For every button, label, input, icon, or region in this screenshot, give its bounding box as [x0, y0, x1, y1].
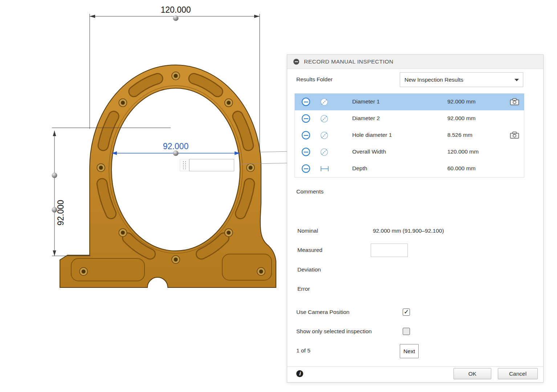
inspection-name: Diameter 1: [352, 98, 380, 105]
inspection-value: 60.000 mm: [447, 165, 476, 172]
ok-button[interactable]: OK: [454, 368, 491, 379]
nominal-value: 92.000 mm (91.900–92.100): [373, 227, 444, 234]
measured-label: Measured: [297, 246, 322, 254]
use-camera-position-checkbox[interactable]: [403, 309, 410, 316]
panel-header: RECORD MANUAL INSPECTION: [287, 55, 543, 69]
app-canvas: 120.000 92.000 92.000 RECORD MANUAL INSP…: [0, 0, 557, 392]
inspection-name: Diameter 2: [352, 115, 380, 122]
part-drawing[interactable]: [0, 0, 290, 319]
remove-inspection-icon[interactable]: [302, 148, 310, 156]
record-manual-inspection-panel: RECORD MANUAL INSPECTION Results Folder …: [287, 54, 544, 383]
inspection-name: Hole diameter 1: [352, 132, 392, 138]
comments-label: Comments: [296, 188, 324, 195]
remove-inspection-icon[interactable]: [302, 131, 310, 139]
inspection-row-diameter-1[interactable]: Diameter 1 92.000 mm: [295, 94, 524, 110]
remove-inspection-icon[interactable]: [302, 114, 310, 123]
panel-title: RECORD MANUAL INSPECTION: [304, 58, 394, 65]
cad-viewport[interactable]: 120.000 92.000 92.000: [0, 0, 290, 392]
canvas-measure-input[interactable]: [189, 159, 234, 171]
inspection-value: 120.000 mm: [447, 148, 479, 155]
inspection-row-overall-width[interactable]: Overall Width 120.000 mm: [295, 144, 524, 160]
next-button[interactable]: Next: [400, 344, 419, 358]
use-camera-position-label: Use Camera Position: [296, 309, 349, 316]
inspection-name: Depth: [352, 165, 367, 172]
inspection-value: 92.000 mm: [447, 98, 476, 105]
dimension-overall-width-label[interactable]: 120.000: [160, 5, 191, 15]
remove-inspection-icon[interactable]: [302, 98, 310, 106]
show-only-selected-label: Show only selected inspection: [296, 328, 372, 335]
drag-handle-icon[interactable]: [180, 159, 189, 171]
pager-text: 1 of 5: [296, 347, 310, 354]
dimension-selected-diameter-label[interactable]: 92.000: [163, 142, 188, 151]
results-folder-value: New Inspection Results: [404, 77, 463, 83]
inspection-row-diameter-2[interactable]: Diameter 2 92.000 mm: [295, 110, 524, 127]
diameter-measure-icon: [320, 98, 329, 106]
camera-icon[interactable]: [510, 131, 519, 139]
diameter-measure-icon: [320, 114, 329, 123]
error-label: Error: [297, 285, 310, 293]
length-measure-icon: [320, 164, 329, 173]
cancel-button[interactable]: Cancel: [498, 368, 538, 379]
inspection-row-hole-diameter-1[interactable]: Hole diameter 1 8.526 mm: [295, 127, 524, 144]
panel-footer: i OK Cancel: [287, 366, 543, 382]
collapse-panel-icon[interactable]: [293, 59, 299, 65]
show-only-selected-checkbox[interactable]: [403, 328, 410, 335]
diameter-measure-icon: [320, 148, 329, 156]
diameter-measure-icon: [320, 131, 329, 140]
dimension-height-label[interactable]: 92.000: [56, 200, 66, 225]
camera-icon[interactable]: [510, 98, 519, 106]
remove-inspection-icon[interactable]: [302, 164, 310, 173]
nominal-label: Nominal: [297, 227, 318, 234]
chevron-down-icon: [515, 79, 519, 81]
inspection-value: 8.526 mm: [447, 132, 472, 138]
measured-input[interactable]: [371, 244, 408, 257]
inspection-row-depth[interactable]: Depth 60.000 mm: [295, 160, 524, 177]
results-folder-dropdown[interactable]: New Inspection Results: [400, 72, 523, 87]
canvas-measure-input-box[interactable]: [180, 159, 234, 172]
inspection-name: Overall Width: [352, 148, 386, 155]
results-folder-label: Results Folder: [296, 76, 333, 83]
info-icon[interactable]: i: [296, 370, 303, 377]
deviation-label: Deviation: [297, 266, 321, 273]
inspection-list: Diameter 1 92.000 mm Diameter 2 92.000 m…: [294, 93, 524, 177]
bracket-part[interactable]: [60, 65, 276, 287]
inspection-value: 92.000 mm: [447, 115, 476, 122]
